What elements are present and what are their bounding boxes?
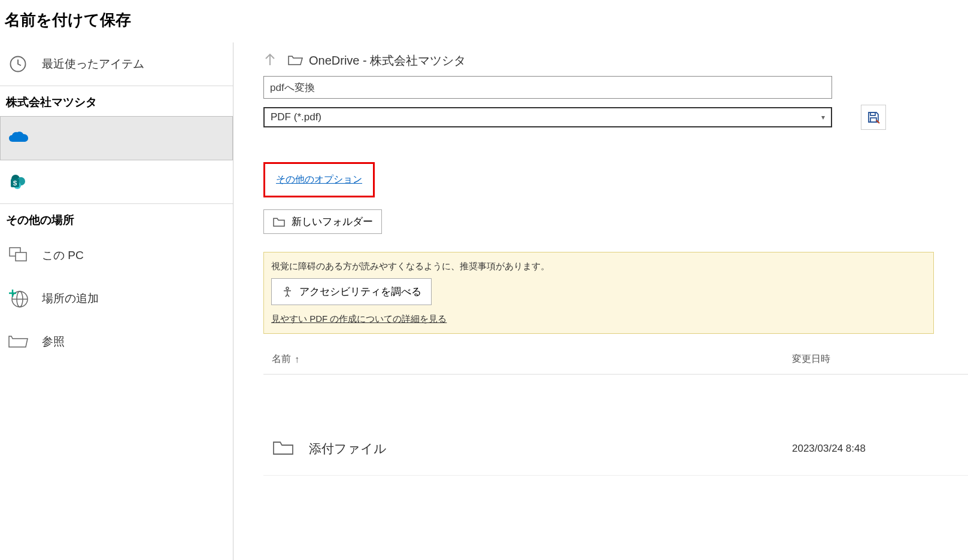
folder-icon: [272, 439, 295, 458]
save-panel: OneDrive - 株式会社マツシタ PDF (*.pdf) ▾: [233, 42, 968, 560]
file-list-header: 名前 ↑ 変更日時: [263, 353, 968, 375]
svg-point-15: [286, 287, 289, 290]
sidebar-item-sharepoint[interactable]: S: [0, 160, 233, 203]
svg-rect-14: [870, 118, 876, 122]
sort-up-icon: ↑: [295, 354, 299, 365]
sidebar-item-onedrive[interactable]: [0, 116, 233, 160]
accessibility-learn-link[interactable]: 見やすい PDF の作成についての詳細を見る: [271, 314, 926, 325]
accessibility-button-label: アクセシビリティを調べる: [299, 285, 421, 299]
file-date: 2023/03/24 8:48: [792, 443, 960, 455]
file-row[interactable]: 添付ファイル 2023/03/24 8:48: [263, 422, 968, 476]
add-place-icon: [7, 288, 29, 309]
svg-text:S: S: [13, 180, 17, 187]
breadcrumb[interactable]: OneDrive - 株式会社マツシタ: [287, 53, 466, 69]
new-folder-label: 新しいフォルダー: [292, 215, 373, 229]
sidebar-other-header: その他の場所: [0, 204, 233, 234]
accessibility-icon: [281, 286, 293, 298]
onedrive-icon: [8, 127, 29, 149]
clock-icon: [7, 53, 29, 75]
sidebar-recent-label: 最近使ったアイテム: [42, 56, 144, 72]
sidebar-org-header: 株式会社マツシタ: [0, 86, 233, 116]
sharepoint-icon: S: [7, 171, 29, 193]
browse-folder-icon: [7, 331, 29, 352]
sidebar-item-browse[interactable]: 参照: [0, 320, 233, 363]
filetype-value: PDF (*.pdf): [271, 111, 321, 123]
sidebar-item-add-place[interactable]: 場所の追加: [0, 277, 233, 320]
svg-rect-13: [870, 112, 875, 115]
sidebar-item-recent[interactable]: 最近使ったアイテム: [0, 42, 233, 86]
pc-icon: [7, 245, 29, 266]
more-options-link[interactable]: その他のオプション: [276, 174, 362, 184]
breadcrumb-text: OneDrive - 株式会社マツシタ: [309, 53, 466, 69]
folder-icon: [287, 54, 303, 67]
save-button[interactable]: [861, 105, 886, 130]
up-arrow-icon[interactable]: [263, 52, 277, 69]
sidebar-browse-label: 参照: [42, 334, 65, 349]
sidebar-addplace-label: 場所の追加: [42, 291, 99, 306]
accessibility-banner: 視覚に障碍のある方が読みやすくなるように、推奨事項があります。 アクセシビリティ…: [263, 252, 934, 334]
new-folder-button[interactable]: 新しいフォルダー: [263, 209, 382, 234]
file-name: 添付ファイル: [309, 440, 792, 457]
accessibility-check-button[interactable]: アクセシビリティを調べる: [271, 278, 432, 305]
new-folder-icon: [272, 217, 286, 227]
sidebar-item-this-pc[interactable]: この PC: [0, 234, 233, 277]
filename-input[interactable]: [263, 76, 832, 99]
column-name[interactable]: 名前 ↑: [272, 353, 792, 366]
accessibility-message: 視覚に障碍のある方が読みやすくなるように、推奨事項があります。: [271, 261, 926, 272]
column-name-label: 名前: [272, 353, 291, 366]
chevron-down-icon: ▾: [821, 113, 825, 121]
save-disk-icon: [866, 110, 881, 124]
svg-rect-7: [16, 252, 26, 261]
filetype-select[interactable]: PDF (*.pdf) ▾: [263, 107, 832, 127]
more-options-highlight: その他のオプション: [263, 162, 375, 197]
page-title: 名前を付けて保存: [0, 0, 968, 42]
column-date[interactable]: 変更日時: [792, 353, 960, 366]
sidebar-thispc-label: この PC: [42, 248, 84, 263]
sidebar: 最近使ったアイテム 株式会社マツシタ S: [0, 42, 233, 560]
